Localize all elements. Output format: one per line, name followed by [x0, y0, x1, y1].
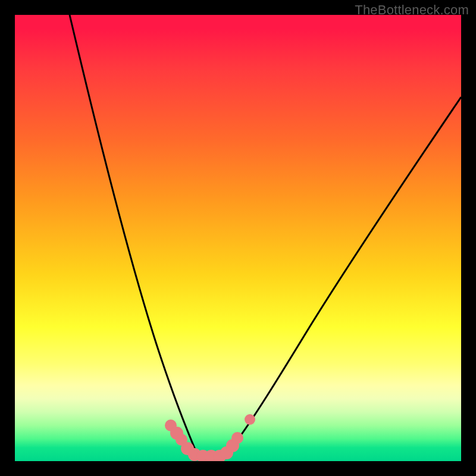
marker-right-3 — [231, 432, 243, 444]
plot-area — [15, 15, 461, 461]
marker-right-4 — [245, 414, 255, 425]
right-curve — [211, 97, 461, 460]
watermark-text: TheBottleneck.com — [355, 2, 469, 18]
marker-group — [165, 414, 255, 461]
chart-svg — [15, 15, 461, 461]
left-curve — [70, 15, 211, 460]
chart-frame: TheBottleneck.com — [0, 0, 476, 476]
